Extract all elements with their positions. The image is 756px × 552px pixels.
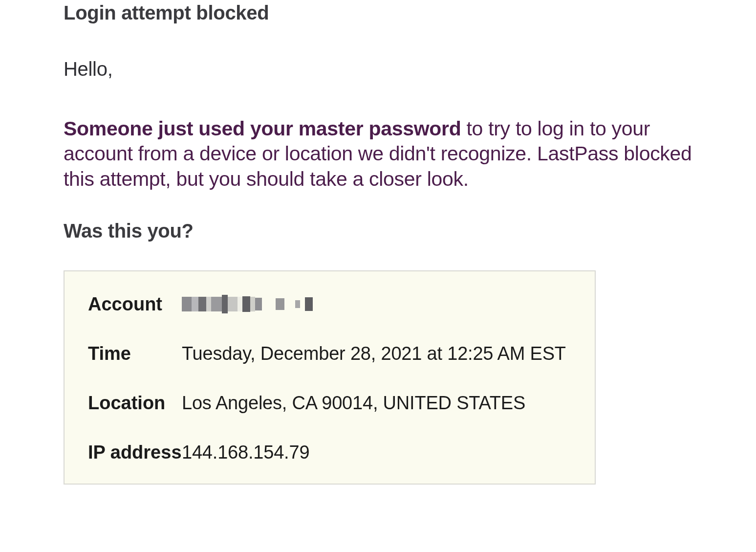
redacted-pixelation-icon [182, 295, 313, 313]
ip-label: IP address [88, 442, 182, 463]
location-value: Los Angeles, CA 90014, UNITED STATES [182, 393, 525, 414]
detail-row-time: Time Tuesday, December 28, 2021 at 12:25… [88, 343, 571, 364]
account-label: Account [88, 294, 182, 315]
ip-value: 144.168.154.79 [182, 442, 309, 463]
time-value: Tuesday, December 28, 2021 at 12:25 AM E… [182, 343, 566, 364]
warning-bold-lead: Someone just used your master password [64, 117, 461, 140]
detail-row-ip: IP address 144.168.154.79 [88, 442, 571, 463]
login-details-box: Account [64, 270, 596, 485]
detail-row-location: Location Los Angeles, CA 90014, UNITED S… [88, 393, 571, 414]
greeting-text: Hello, [64, 58, 692, 80]
location-label: Location [88, 393, 182, 414]
account-value-redacted [182, 295, 313, 313]
email-body: Login attempt blocked Hello, Someone jus… [0, 2, 756, 485]
time-label: Time [88, 343, 182, 364]
page-title: Login attempt blocked [64, 2, 692, 24]
detail-row-account: Account [88, 294, 571, 315]
warning-paragraph: Someone just used your master password t… [64, 116, 692, 192]
subheading: Was this you? [64, 220, 692, 242]
